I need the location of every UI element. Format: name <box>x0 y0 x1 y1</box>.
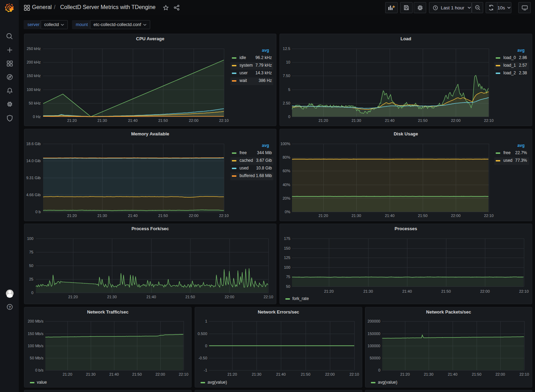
svg-text:?: ? <box>9 305 11 309</box>
